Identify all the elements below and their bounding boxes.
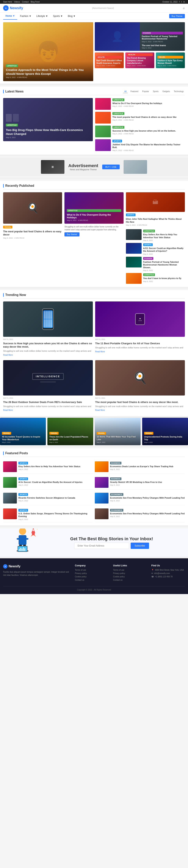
trending-item-4-readmore[interactable]: Read More (95, 409, 105, 411)
topbar-link-1[interactable]: Start Here (3, 1, 12, 3)
recently-list-item-1[interactable]: LIFESTYLE Etsy Sellers Are Here to Help … (126, 229, 185, 241)
nav-item-sports[interactable]: Sports ▼ (51, 12, 65, 20)
newsletter-email-input[interactable] (74, 542, 129, 549)
hero-small-2[interactable]: HEALTH The French Brewing Company Lelose… (125, 53, 154, 68)
recently-list-item-3[interactable]: FASHION Fashion Portrait of Young Talent… (126, 257, 185, 272)
trending-item-3[interactable]: INTELLIGENCE MAY 8, 2021 The 26 Best Out… (3, 360, 93, 413)
topbar-link-3[interactable]: Contact (22, 1, 29, 3)
recently-card-2[interactable]: LIFESTYLE What to Do if You Overspent Du… (65, 192, 123, 284)
tab-gadgets[interactable]: Gadgets (161, 90, 171, 93)
hero-small-1[interactable]: HEALTH Bad Credit Shouldn't Affect Healt… (95, 53, 124, 68)
buy-theme-button[interactable]: Buy Theme (169, 14, 185, 18)
trending-item-2-readmore[interactable]: Read More (95, 350, 105, 353)
advertisement-banner: ■ Advertisement News and Magazine Theme … (0, 158, 188, 176)
phone-screen (43, 310, 53, 328)
divider-2 (0, 155, 188, 156)
featured-item-1[interactable]: SPORTS Etsy Sellers Are Here to Help You… (3, 460, 93, 474)
featured-item-7-image (3, 508, 17, 519)
fi-3-title: AI In Soccer: Could an Algorithm Really … (18, 481, 82, 484)
featured-item-2[interactable]: BUSINESS Economics Deals London as Europ… (95, 460, 185, 474)
latest-main-meta: May 8, 2022 (6, 136, 90, 138)
hero-main-article[interactable]: 👦 LIFESTYLE Creative Approach to the Mos… (3, 22, 93, 81)
recently-published-header: Recently Published (3, 184, 185, 189)
trending-item-1[interactable]: MAY 8, 2021 Success is How high you boun… (3, 302, 93, 358)
email-icon: ✉ (151, 572, 153, 575)
ad-content: Advertisement News and Magazine Theme (68, 163, 98, 170)
latest-main-article[interactable]: LIFESTYLE Two Big Drug Flops Show How He… (3, 98, 93, 151)
footer-company-link-3[interactable]: Cookie policy (75, 576, 108, 578)
hero-small-3[interactable]: TRAVEL Fashion & Style Tips Every Woman … (156, 53, 185, 68)
watch-mockup: ● 10:09 (135, 313, 145, 325)
nav-links: Home ▼ Fashion ▼ Lifestyle ▼ Sports ▼ Bl… (3, 12, 78, 20)
hero-top-right-article[interactable]: 👤 FASHION Fashion Portrait of Young Tale… (95, 22, 185, 51)
tab-technology[interactable]: Technology (173, 90, 185, 93)
featured-posts-header: Featured Posts (3, 452, 185, 457)
fi-6-title: Economists See Free Monetary Policy Chan… (110, 496, 185, 499)
recently-card-3[interactable]: 🏔 SPORTS Elton John Tells Noel Gallagher… (126, 192, 185, 227)
latest-item-4[interactable]: SPORTS Jubilee! And City Dispute The Bla… (95, 139, 185, 151)
featured-item-7[interactable]: SPORTS U.S. Online Sales Surge, Shoppers… (3, 507, 93, 522)
footer-company-link-2[interactable]: Privacy policy (75, 572, 108, 575)
recently-published-grid: 🍳 TRAVEL The most popular fast food Chai… (3, 192, 185, 284)
tab-sports[interactable]: Sports (152, 90, 160, 93)
trending-item-4[interactable]: 🍳 MAY 8, 2021 The most popular fast food… (95, 360, 185, 413)
topbar-link-4[interactable]: Blog Feed (31, 1, 40, 3)
featured-item-3[interactable]: SPORTS AI In Soccer: Could an Algorithm … (3, 475, 93, 490)
trending-item-4-image: 🍳 (95, 360, 185, 396)
newsletter-subscribe-button[interactable]: Subscribe (130, 542, 149, 549)
featured-item-4[interactable]: BUSINESS Gravity Sketch VR 3D Modeling i… (95, 475, 185, 490)
featured-item-8[interactable]: ECONOMICS Economists See Free Monetary P… (95, 507, 185, 522)
phone-icon: ☎ (151, 576, 154, 578)
ad-image-right (123, 160, 147, 174)
footer-useful-link-2[interactable]: Privacy policy (113, 572, 147, 575)
footer-useful-link-3[interactable]: Cookie policy (113, 576, 147, 578)
latest-item-1-meta: May 8, 2022 · 4 MIN READ (112, 105, 185, 107)
linkedin-icon[interactable]: in (183, 1, 185, 3)
nav-item-home[interactable]: Home ▼ (3, 12, 17, 20)
recently-card-2-button[interactable]: Buy Started (65, 232, 79, 237)
nav-item-fashion[interactable]: Fashion ▼ (17, 12, 34, 20)
footer-useful-links: Terms of use Privacy policy Cookie polic… (113, 569, 147, 581)
twitter-icon[interactable]: t (181, 1, 182, 3)
tab-featured[interactable]: Featured (129, 90, 140, 93)
travel-card-3[interactable]: TRAVEL 10 Items That Will Make Your Trip… (95, 418, 141, 445)
recently-list-item-3-content: FASHION Fashion Portrait of Young Talent… (143, 257, 185, 272)
travel-card-4[interactable]: TRAVEL Unprecedented Protests During Ind… (142, 418, 188, 445)
footer-company-link-1[interactable]: Terms of use (75, 569, 108, 571)
featured-item-2-image (95, 461, 109, 472)
trending-item-3-meta: MAY 8, 2021 (3, 397, 93, 399)
latest-item-2[interactable]: LIFESTYLE The most popular fast food Cha… (95, 112, 185, 124)
logo[interactable]: ● Newsify (3, 5, 23, 11)
latest-item-3[interactable]: LIFESTYLE Success is How high you bounce… (95, 125, 185, 137)
tab-popular[interactable]: Popular (141, 90, 150, 93)
latest-item-3-badge: LIFESTYLE (112, 126, 124, 129)
search-button[interactable]: ⌕ (183, 6, 185, 10)
trending-now-header: Trending Now (3, 293, 185, 299)
newsletter-illustration-svg (6, 528, 39, 557)
top-right-meta: May 8, 2022 · 4 MIN READ (142, 41, 183, 42)
footer-useful-link-1[interactable]: Terms of use (113, 569, 147, 571)
nav-item-lifestyle[interactable]: Lifestyle ▼ (34, 12, 50, 20)
ad-buy-button[interactable]: BUY + USE (102, 164, 120, 169)
trending-item-1-readmore[interactable]: Read More (3, 354, 13, 356)
recently-list-item-2[interactable]: SPORTS AJ11 Soccer Could an Algorithm Re… (126, 243, 185, 255)
latest-item-1[interactable]: LIFESTYLE What to Do if You Overspent Du… (95, 98, 185, 110)
featured-item-6[interactable]: ECONOMICS Economists See Free Monetary P… (95, 491, 185, 505)
recently-card-1[interactable]: 🍳 TRAVEL The most popular fast food Chai… (3, 192, 62, 284)
travel-card-1[interactable]: TRAVEL 40 Incredible Travel Quotes to In… (0, 418, 46, 445)
latest-main-badge: LIFESTYLE (6, 124, 18, 126)
footer-company-link-4[interactable]: Contact us (75, 579, 108, 581)
travel-card-2[interactable]: TRAVEL These Are the Least Populated Pla… (47, 418, 93, 445)
footer-bottom: Copyright © 2022 - All Rights Reserved (3, 586, 185, 591)
recently-list-item-4[interactable]: LIFESTYLE You don't have to know physics… (126, 273, 185, 284)
trending-item-3-readmore[interactable]: Read More (3, 409, 13, 411)
topbar-link-2[interactable]: Videos (14, 1, 20, 3)
featured-item-5[interactable]: SPORTS Ricardo Ferreiro Switches Soccer … (3, 491, 93, 505)
nav-item-blog[interactable]: Blog ▼ (65, 12, 78, 20)
footer-useful-link-4[interactable]: Contact us (113, 579, 147, 581)
tab-all[interactable]: All (123, 90, 128, 93)
facebook-icon[interactable]: f (179, 1, 180, 3)
featured-item-1-content: SPORTS Etsy Sellers Are Here to Help You… (18, 461, 80, 470)
recently-list-item-4-image (126, 273, 142, 284)
trending-item-2[interactable]: ● 10:09 MAY 8, 2021 The 11 Best Portable… (95, 302, 185, 358)
